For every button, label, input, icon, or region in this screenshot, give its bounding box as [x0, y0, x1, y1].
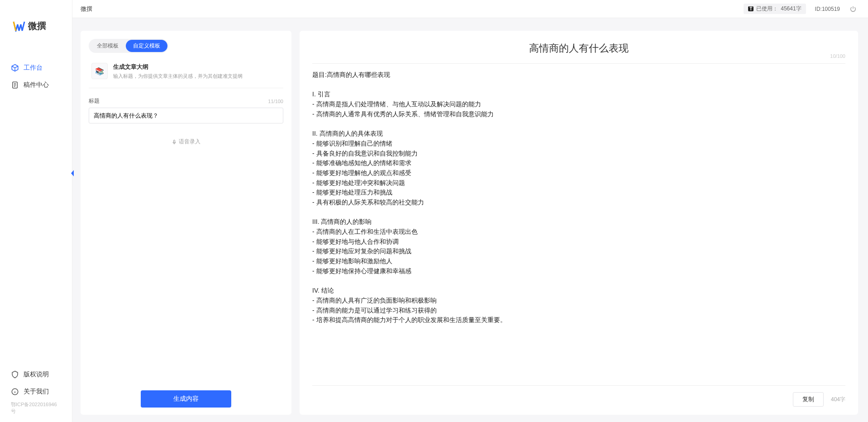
sidebar-footer: 版权说明 关于我们 鄂ICP备2022016946号 — [0, 366, 72, 422]
nav-label: 工作台 — [24, 64, 43, 72]
result-body: 题目:高情商的人有哪些表现 I. 引言 - 高情商是指人们处理情绪、与他人互动以… — [312, 70, 845, 385]
footer-label: 版权说明 — [24, 370, 49, 379]
nav: 工作台 稿件中心 — [0, 43, 72, 366]
logo-text: 微撰 — [28, 20, 46, 32]
shield-icon — [11, 370, 19, 379]
template-icon: 📚 — [91, 63, 108, 79]
template-tabs: 全部模板 自定义模板 — [89, 39, 168, 53]
voice-input-button[interactable]: 语音录入 — [89, 138, 283, 146]
nav-item-drafts[interactable]: 稿件中心 — [0, 76, 72, 94]
word-count: 404字 — [831, 396, 845, 403]
tab-custom-template[interactable]: 自定义模板 — [126, 40, 167, 52]
nav-item-workspace[interactable]: 工作台 — [0, 59, 72, 76]
result-panel: 高情商的人有什么表现 10/100 题目:高情商的人有哪些表现 I. 引言 - … — [300, 31, 858, 415]
nav-label: 稿件中心 — [24, 81, 49, 89]
usage-label: 已使用： — [756, 5, 778, 13]
breadcrumb: 微撰 — [81, 5, 92, 13]
footer-item-copyright[interactable]: 版权说明 — [0, 366, 72, 383]
sidebar: 微撰 工作台 稿件中心 版权说明 — [0, 0, 72, 422]
cube-icon — [11, 64, 19, 72]
template-desc: 输入标题，为你提供文章主体的灵感，并为其创建准文提纲 — [113, 73, 243, 80]
power-icon[interactable] — [849, 5, 857, 13]
logo: 微撰 — [0, 0, 72, 43]
input-panel: 全部模板 自定义模板 📚 生成文章大纲 输入标题，为你提供文章主体的灵感，并为其… — [81, 31, 291, 415]
info-icon — [11, 388, 19, 396]
template-card: 📚 生成文章大纲 输入标题，为你提供文章主体的灵感，并为其创建准文提纲 — [89, 59, 283, 88]
svg-rect-2 — [174, 140, 175, 142]
copy-button[interactable]: 复制 — [793, 392, 824, 407]
title-input[interactable] — [89, 108, 283, 123]
title-field-label: 标题 — [89, 97, 100, 105]
doc-icon — [11, 81, 19, 89]
logo-icon — [13, 21, 25, 32]
mic-icon — [172, 139, 177, 145]
result-title: 高情商的人有什么表现 — [312, 42, 845, 55]
footer-item-about[interactable]: 关于我们 — [0, 383, 72, 400]
template-title: 生成文章大纲 — [113, 63, 243, 71]
footer-label: 关于我们 — [24, 388, 49, 396]
voice-hint: 语音录入 — [179, 138, 200, 146]
icp-text: 鄂ICP备2022016946号 — [0, 400, 72, 417]
title-char-count: 11/100 — [268, 99, 283, 104]
result-title-count: 10/100 — [830, 53, 845, 59]
generate-button[interactable]: 生成内容 — [141, 390, 231, 408]
usage-value: 45641字 — [781, 5, 801, 13]
tab-all-templates[interactable]: 全部模板 — [90, 40, 126, 52]
user-id: ID:100519 — [815, 6, 840, 12]
usage-badge: T 已使用：45641字 — [744, 4, 806, 14]
collapse-sidebar-button[interactable] — [69, 169, 76, 177]
usage-badge-icon: T — [748, 6, 754, 11]
topbar: 微撰 T 已使用：45641字 ID:100519 — [72, 0, 868, 18]
